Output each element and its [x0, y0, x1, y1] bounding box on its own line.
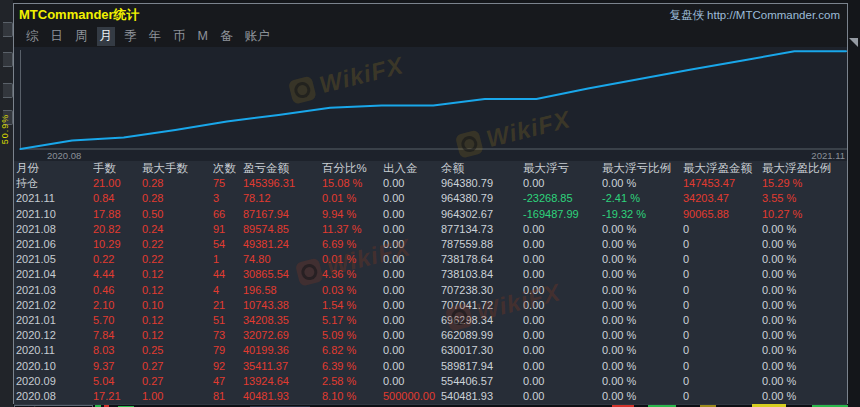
- column-header: 余额: [441, 161, 523, 176]
- value-cell: 707041.72: [441, 298, 523, 313]
- value-cell: 0.00: [523, 222, 602, 237]
- value-cell: 147453.47: [683, 176, 762, 191]
- month-cell: 2020.11: [14, 343, 93, 358]
- table-row[interactable]: 2020.095.040.274713924.642.58 %0.0055440…: [14, 374, 847, 389]
- table-row[interactable]: 2021.050.220.22174.800.01 %0.00738178.64…: [14, 252, 847, 267]
- brand-link[interactable]: 复盘侠 http://MTCommander.com: [669, 8, 840, 23]
- value-cell: 87167.94: [243, 207, 322, 222]
- balance-line-series: [21, 51, 847, 149]
- menu-item-综[interactable]: 综: [23, 27, 42, 46]
- value-cell: 34208.35: [243, 313, 322, 328]
- value-cell: 0.00 %: [762, 359, 847, 374]
- value-cell: 0: [683, 252, 762, 267]
- table-row[interactable]: 2021.044.440.124430865.544.36 %0.0073810…: [14, 267, 847, 282]
- menu-item-周[interactable]: 周: [72, 27, 91, 46]
- value-cell: 964380.79: [441, 176, 523, 191]
- value-cell: 0.00: [523, 252, 602, 267]
- value-cell: 47: [213, 374, 243, 389]
- table-row[interactable]: 2020.109.370.279235411.376.39 %0.0058981…: [14, 358, 847, 373]
- value-cell: 0.00: [523, 359, 602, 374]
- background-percent-label: 50.9%: [0, 114, 10, 145]
- value-cell: 0: [683, 313, 762, 328]
- value-cell: 51: [213, 313, 243, 328]
- table-row[interactable]: 2021.0610.290.225449381.246.69 %0.007875…: [14, 237, 847, 252]
- stats-table: 月份手数最大手数次数盈亏金额百分比%出入金余额最大浮亏最大浮亏比例最大浮盈金额最…: [14, 161, 847, 405]
- value-cell: 0.00 %: [762, 237, 847, 252]
- value-cell: 196.58: [243, 283, 322, 298]
- value-cell: 0.10: [142, 298, 213, 313]
- menu-item-年[interactable]: 年: [146, 27, 165, 46]
- value-cell: 32072.69: [243, 328, 322, 343]
- table-row[interactable]: 2020.127.840.127332072.695.09 %0.0066208…: [14, 328, 847, 343]
- value-cell: 49381.24: [243, 237, 322, 252]
- value-cell: 0.00: [523, 267, 602, 282]
- table-row[interactable]: 2021.022.100.102110743.381.54 %0.0070704…: [14, 298, 847, 313]
- value-cell: 6.39 %: [322, 359, 383, 374]
- screen: 50.9% MTCommander统计 复盘侠 http://MTCommand…: [0, 0, 860, 407]
- value-cell: 0.00 %: [602, 252, 683, 267]
- value-cell: 0.00 %: [602, 389, 683, 404]
- table-row[interactable]: 2021.0820.820.249189574.8511.37 %0.00877…: [14, 222, 847, 237]
- month-cell: 2021.02: [14, 298, 93, 313]
- value-cell: 0.00: [383, 207, 441, 222]
- value-cell: 0.00 %: [762, 283, 847, 298]
- value-cell: 8.03: [93, 343, 142, 358]
- value-cell: -19.32 %: [602, 207, 683, 222]
- value-cell: 4.36 %: [322, 267, 383, 282]
- value-cell: 40481.93: [243, 389, 322, 404]
- value-cell: 75: [213, 176, 243, 191]
- month-cell: 2021.01: [14, 313, 93, 328]
- table-row[interactable]: 2021.030.460.124196.580.03 %0.00707238.3…: [14, 283, 847, 298]
- value-cell: 5.70: [93, 313, 142, 328]
- table-row[interactable]: 2021.110.840.28378.120.01 %0.00964380.79…: [14, 191, 847, 206]
- table-row[interactable]: 2020.0817.211.008140481.938.10 %500000.0…: [14, 389, 847, 404]
- value-cell: 877134.73: [441, 222, 523, 237]
- value-cell: 0.00: [523, 343, 602, 358]
- value-cell: 0: [683, 389, 762, 404]
- column-header: 出入金: [383, 161, 441, 176]
- value-cell: 145396.31: [243, 176, 322, 191]
- balance-chart[interactable]: 2020.08 2021.11: [14, 47, 847, 161]
- value-cell: 0.00 %: [602, 237, 683, 252]
- value-cell: 0.00 %: [762, 313, 847, 328]
- value-cell: 5.17 %: [322, 313, 383, 328]
- value-cell: 21.00: [93, 176, 142, 191]
- table-row[interactable]: 2020.118.030.257940199.366.82 %0.0063001…: [14, 343, 847, 358]
- title-bar[interactable]: MTCommander统计 复盘侠 http://MTCommander.com: [14, 4, 847, 25]
- value-cell: 964302.67: [441, 207, 523, 222]
- menu-item-备[interactable]: 备: [217, 27, 236, 46]
- value-cell: 787559.88: [441, 237, 523, 252]
- menu-item-季[interactable]: 季: [121, 27, 140, 46]
- value-cell: 0.00 %: [602, 359, 683, 374]
- value-cell: -169487.99: [523, 207, 602, 222]
- value-cell: 0.00: [523, 374, 602, 389]
- value-cell: 81: [213, 389, 243, 404]
- table-row[interactable]: 2021.015.700.125134208.355.17 %0.0069629…: [14, 313, 847, 328]
- menu-item-M[interactable]: M: [195, 28, 211, 44]
- value-cell: 662089.99: [441, 328, 523, 343]
- value-cell: 13924.64: [243, 374, 322, 389]
- value-cell: 0.00 %: [602, 374, 683, 389]
- menu-item-账户[interactable]: 账户: [241, 27, 272, 46]
- value-cell: 0: [683, 222, 762, 237]
- value-cell: 554406.57: [441, 374, 523, 389]
- menu-item-日[interactable]: 日: [48, 27, 67, 46]
- value-cell: 74.80: [243, 252, 322, 267]
- value-cell: 0.00 %: [602, 313, 683, 328]
- value-cell: 89574.85: [243, 222, 322, 237]
- value-cell: 17.88: [93, 207, 142, 222]
- value-cell: 0.22: [93, 252, 142, 267]
- menu-item-币[interactable]: 币: [170, 27, 189, 46]
- table-row[interactable]: 持仓21.000.2875145396.3115.08 %0.00964380.…: [14, 176, 847, 191]
- menu-item-月[interactable]: 月: [97, 27, 116, 46]
- value-cell: 0.00: [383, 283, 441, 298]
- value-cell: 90065.88: [683, 207, 762, 222]
- value-cell: 0.00 %: [762, 374, 847, 389]
- value-cell: 9.94 %: [322, 207, 383, 222]
- x-axis-label-start: 2020.08: [47, 150, 81, 161]
- value-cell: 0.00 %: [602, 343, 683, 358]
- value-cell: 3: [213, 191, 243, 206]
- value-cell: 15.08 %: [322, 176, 383, 191]
- month-cell: 2020.08: [14, 389, 93, 404]
- table-row[interactable]: 2021.1017.880.506687167.949.94 %0.009643…: [14, 207, 847, 222]
